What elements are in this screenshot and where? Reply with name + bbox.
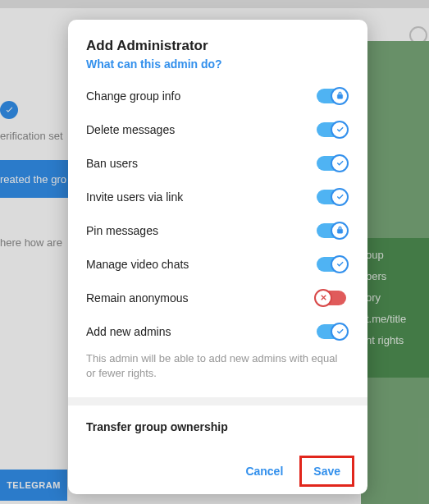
permission-toggle[interactable] [317,89,346,103]
permission-toggle[interactable] [317,122,346,137]
permission-note: This admin will be able to add new admin… [86,348,364,392]
divider [68,397,367,405]
permission-toggle[interactable] [317,156,346,171]
permission-row: Add new admins [86,314,364,348]
lock-icon [331,222,349,240]
permission-toggle[interactable] [317,223,346,238]
transfer-ownership-button[interactable]: Transfer group ownership [86,405,364,448]
permission-row: Ban users [86,146,364,180]
permission-label: Change group info [86,89,180,103]
permission-label: Ban users [86,157,138,170]
permission-label: Manage video chats [86,258,189,271]
save-highlight: Save [299,456,354,487]
permission-toggle[interactable] [317,324,346,339]
permission-list: Change group infoDelete messagesBan user… [68,79,367,448]
permission-row: Invite users via link [86,180,364,213]
permission-row: Manage video chats [86,247,364,281]
check-icon [331,323,349,341]
cancel-button[interactable]: Cancel [234,458,294,484]
check-icon [331,255,349,273]
permission-label: Add new admins [86,325,171,338]
permission-row: Remain anonymous [86,281,364,314]
x-icon [314,289,332,307]
permission-label: Invite users via link [86,190,183,204]
permission-toggle[interactable] [317,190,346,204]
check-icon [331,121,349,139]
check-icon [331,188,349,206]
add-admin-modal: Add Administrator What can this admin do… [68,20,367,494]
modal-title: Add Administrator [86,38,349,54]
permission-toggle[interactable] [317,257,346,272]
permission-row: Delete messages [86,112,364,146]
permission-row: Change group info [86,79,364,112]
permission-toggle[interactable] [317,291,346,305]
lock-icon [331,87,349,105]
save-button[interactable]: Save [303,460,350,483]
permission-label: Remain anonymous [86,291,189,305]
modal-subtitle[interactable]: What can this admin do? [86,57,349,71]
permission-row: Pin messages [86,213,364,247]
permission-label: Pin messages [86,224,158,237]
permission-label: Delete messages [86,123,175,136]
check-icon [331,154,349,172]
